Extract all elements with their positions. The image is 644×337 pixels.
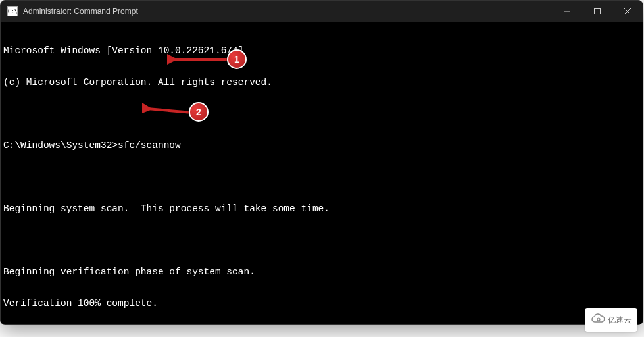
watermark-text: 亿速云 [608,315,632,326]
command-prompt-window: C:\ Administrator: Command Prompt Micros… [0,0,643,325]
cmd-icon: C:\ [7,6,18,16]
maximize-button[interactable] [582,1,612,22]
terminal-line-command: C:\Windows\System32>sfc/scannow [3,140,643,151]
terminal-line: Microsoft Windows [Version 10.0.22621.67… [3,45,643,56]
window-controls [552,1,643,22]
terminal-output[interactable]: Microsoft Windows [Version 10.0.22621.67… [1,22,643,325]
minimize-button[interactable] [552,1,582,22]
cloud-icon [591,313,605,326]
close-button[interactable] [612,1,643,22]
window-title: Administrator: Command Prompt [23,7,552,16]
svg-point-3 [597,318,600,321]
terminal-line [3,172,643,182]
terminal-line: Beginning system scan. This process will… [3,203,643,214]
titlebar[interactable]: C:\ Administrator: Command Prompt [1,1,643,22]
terminal-line [3,109,643,119]
svg-rect-0 [595,9,601,14]
terminal-line [3,235,643,246]
terminal-line-complete: Verification 100% complete. [3,298,643,309]
watermark: 亿速云 [585,308,637,332]
terminal-line: Beginning verification phase of system s… [3,267,643,277]
terminal-line: (c) Microsoft Corporation. All rights re… [3,77,643,88]
